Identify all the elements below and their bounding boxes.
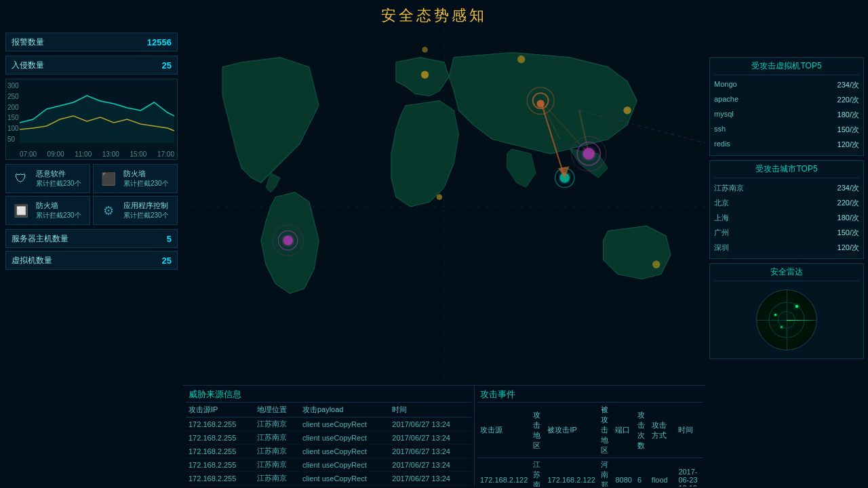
vm-top5-item: redis120/次: [714, 138, 859, 152]
threat-source-title: 威胁来源信息: [186, 386, 471, 403]
world-map: [183, 28, 705, 385]
chart-x-labels: 07:0009:0011:0013:0015:0017:00: [20, 150, 174, 158]
vm-value: 180/次: [837, 110, 859, 120]
col-src-ip: 攻击源IP: [186, 403, 254, 418]
ae-col-port: 端口: [612, 403, 634, 458]
firewall-name2: 防火墙: [36, 201, 81, 211]
table-row: 172.168.2.255江苏南京client useCopyRect2017/…: [186, 458, 471, 472]
ae-col-target-region: 被攻击地区: [598, 403, 613, 458]
radar-display: [756, 289, 817, 350]
threat-source-table: 攻击源IP 地理位置 攻击payload 时间 172.168.2.255江苏南…: [186, 403, 471, 487]
table-row: 172.168.2.255江苏南京client useCopyRect2017/…: [186, 485, 471, 487]
chart-y-labels: 30025020015010050: [7, 82, 19, 143]
intrusion-value: 25: [162, 60, 172, 70]
vm-name: apache: [714, 95, 738, 105]
intrusion-label: 入侵数量: [12, 60, 44, 71]
vm-value: 120/次: [837, 140, 859, 150]
city-name: 江苏南京: [714, 183, 744, 193]
chart-svg: [20, 82, 174, 143]
vm-name: Mongo: [714, 80, 737, 90]
vm-value: 234/次: [837, 80, 859, 90]
security-grid: 🛡 恶意软件 累计拦截230个 ⬛ 防火墙 累计拦截230个 🔲 防火墙 累计拦…: [5, 164, 178, 225]
svg-marker-0: [20, 96, 174, 143]
radar-container: [714, 284, 859, 356]
intrusion-stat-row: 入侵数量 25: [5, 56, 178, 75]
vm-label: 虚拟机数量: [12, 255, 52, 266]
alert-label: 报警数量: [12, 37, 44, 48]
vm-name: ssh: [714, 125, 726, 135]
city-top5-item: 北京220/次: [714, 196, 859, 211]
city-name: 上海: [714, 213, 729, 223]
svg-point-24: [652, 261, 660, 268]
radar-section: 安全雷达: [709, 263, 864, 359]
svg-point-25: [422, 47, 428, 53]
city-top5-item: 深圳120/次: [714, 241, 859, 256]
radar-dot2: [781, 326, 783, 328]
attack-events-table-body: 172.168.2.122江苏 南京172.168.2.122河南 郑州8080…: [477, 458, 703, 487]
city-top5-rows: 江苏南京234/次北京220/次上海180/次广州150/次深圳120/次: [714, 181, 859, 256]
vm-value: 150/次: [837, 125, 859, 135]
city-value: 220/次: [837, 198, 859, 208]
table-row: 172.168.2.255江苏南京client useCopyRect2017/…: [186, 431, 471, 445]
page-title: 安全态势感知: [0, 0, 868, 28]
svg-point-17: [421, 71, 429, 79]
city-top5-section: 受攻击城市TOP5 江苏南京234/次北京220/次上海180/次广州150/次…: [709, 160, 864, 259]
server-stats: 服务器主机数量 5 虚拟机数量 25: [5, 229, 178, 270]
bottom-section: 威胁来源信息 攻击源IP 地理位置 攻击payload 时间 172.: [183, 385, 705, 487]
firewall-count1: 累计拦截230个: [123, 179, 169, 188]
city-value: 150/次: [837, 228, 859, 238]
firewall-count2: 累计拦截230个: [36, 211, 81, 220]
vm-top5-section: 受攻击虚拟机TOP5 Mongo234/次apache220/次mysql180…: [709, 57, 864, 156]
city-top5-item: 广州150/次: [714, 226, 859, 241]
svg-point-18: [437, 195, 443, 201]
radar-sweep-line: [787, 320, 816, 321]
city-name: 深圳: [714, 243, 729, 253]
app-control-name: 应用程序控制: [123, 201, 169, 211]
attack-events-table: 攻击源 攻击地区 被攻击IP 被攻击地区 端口 攻击次数 攻击方式 时间: [477, 403, 703, 487]
firewall-icon2: 🔲: [12, 201, 31, 220]
alert-value: 12556: [147, 37, 172, 47]
vm-name: mysql: [714, 110, 734, 120]
attack-events-title: 攻击事件: [477, 386, 703, 403]
city-value: 120/次: [837, 243, 859, 253]
threat-table-body: 172.168.2.255江苏南京client useCopyRect2017/…: [186, 418, 471, 487]
app-control-item: ⚙ 应用程序控制 累计拦截230个: [93, 196, 178, 225]
vm-top5-item: apache220/次: [714, 93, 859, 108]
col-payload: 攻击payload: [300, 403, 389, 418]
city-name: 广州: [714, 228, 729, 238]
traffic-chart: 30025020015010050 07:0009:0011:0013:0015…: [5, 79, 178, 160]
world-map-svg: [183, 28, 705, 385]
svg-point-26: [517, 56, 525, 63]
city-top5-item: 江苏南京234/次: [714, 181, 859, 196]
city-value: 180/次: [837, 213, 859, 223]
firewall-name1: 防火墙: [123, 169, 169, 179]
table-row: 172.168.2.255江苏南京client useCopyRect2017/…: [186, 418, 471, 431]
city-top5-item: 上海180/次: [714, 211, 859, 226]
city-value: 234/次: [837, 183, 859, 193]
vm-top5-title: 受攻击虚拟机TOP5: [714, 60, 859, 75]
svg-point-14: [583, 148, 595, 159]
malware-name: 恶意软件: [36, 169, 81, 179]
app-control-count: 累计拦截230个: [123, 211, 169, 220]
app-control-icon: ⚙: [99, 201, 118, 220]
vm-top5-rows: Mongo234/次apache220/次mysql180/次ssh150/次r…: [714, 78, 859, 152]
ae-col-count: 攻击次数: [635, 403, 649, 458]
malware-icon: 🛡: [12, 169, 31, 188]
vm-top5-item: Mongo234/次: [714, 78, 859, 93]
attack-events-section: 攻击事件 攻击源 攻击地区 被攻击IP 被攻击地区 端口 攻击次数 攻击方式: [475, 386, 705, 487]
malware-item: 🛡 恶意软件 累计拦截230个: [5, 164, 90, 193]
server-value: 5: [167, 234, 172, 244]
table-row: 172.168.2.122江苏 南京172.168.2.122河南 郑州8080…: [477, 458, 703, 487]
city-top5-title: 受攻击城市TOP5: [714, 163, 859, 178]
city-name: 北京: [714, 198, 729, 208]
right-panel: 受攻击虚拟机TOP5 Mongo234/次apache220/次mysql180…: [705, 28, 868, 487]
ae-col-target-ip: 被攻击IP: [545, 403, 597, 458]
map-area: 威胁来源信息 攻击源IP 地理位置 攻击payload 时间 172.: [183, 28, 705, 487]
ae-col-region: 攻击地区: [530, 403, 545, 458]
vm-stat-row: 虚拟机数量 25: [5, 251, 178, 270]
server-label: 服务器主机数量: [12, 233, 68, 245]
table-row: 172.168.2.255江苏南京client useCopyRect2017/…: [186, 445, 471, 458]
firewall-item1: ⬛ 防火墙 累计拦截230个: [93, 164, 178, 193]
server-stat-row: 服务器主机数量 5: [5, 229, 178, 248]
vm-top5-item: mysql180/次: [714, 108, 859, 123]
